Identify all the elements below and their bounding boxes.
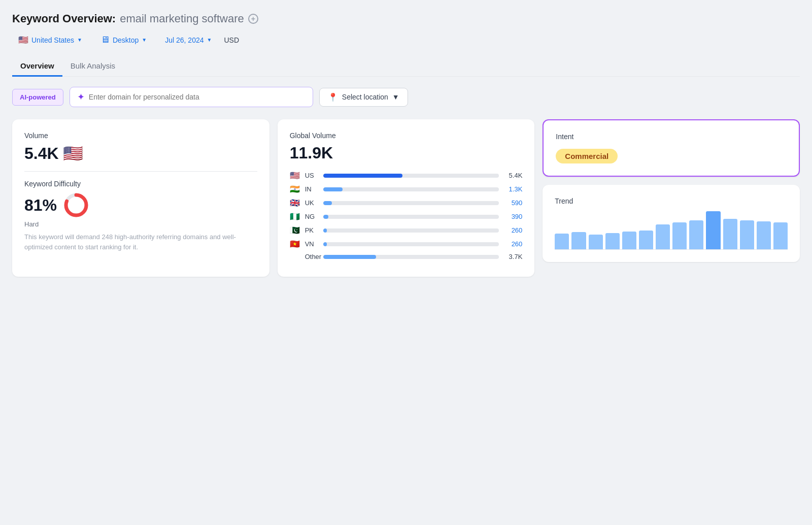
bar-fill — [323, 187, 343, 191]
keyword-name: email marketing software — [120, 12, 244, 25]
country-row: 🇺🇸US5.4K — [290, 171, 523, 180]
tab-overview[interactable]: Overview — [12, 56, 62, 77]
trend-bar — [656, 224, 670, 249]
difficulty-sublabel: Hard — [24, 220, 257, 228]
bar-fill — [323, 242, 327, 246]
trend-bar — [773, 222, 788, 249]
date-filter-btn[interactable]: Jul 26, 2024 ▼ — [159, 33, 218, 47]
bar-fill — [323, 215, 328, 219]
location-chevron-icon: ▼ — [392, 93, 399, 101]
trend-bar — [723, 219, 737, 249]
domain-input-wrap[interactable]: ✦ — [70, 87, 313, 107]
country-list: 🇺🇸US5.4K🇮🇳IN1.3K🇬🇧UK590🇳🇬NG390🇵🇰PK260🇻🇳V… — [290, 171, 523, 260]
country-row: 🇮🇳IN1.3K — [290, 184, 523, 194]
bar-bg — [323, 255, 499, 259]
bar-fill — [323, 228, 327, 233]
trend-bar — [571, 232, 586, 249]
global-volume-value: 11.9K — [290, 144, 523, 162]
trend-bar — [672, 222, 687, 249]
device-filter-btn[interactable]: 🖥 Desktop ▼ — [94, 31, 153, 48]
volume-label: Volume — [24, 132, 257, 140]
country-val: 1.3K — [503, 185, 522, 193]
country-filter-btn[interactable]: 🇺🇸 United States ▼ — [12, 32, 88, 48]
country-val: 260 — [503, 240, 522, 248]
intent-label: Intent — [556, 133, 787, 141]
currency-label: USD — [224, 36, 239, 44]
country-code: VN — [305, 240, 319, 248]
trend-bar — [639, 231, 653, 249]
global-volume-card: Global Volume 11.9K 🇺🇸US5.4K🇮🇳IN1.3K🇬🇧UK… — [278, 119, 535, 277]
country-row: 🇬🇧UK590 — [290, 198, 523, 208]
country-code: UK — [305, 199, 319, 207]
country-chevron-icon: ▼ — [77, 37, 82, 43]
difficulty-value: 81% — [24, 192, 257, 218]
page-title: Keyword Overview: email marketing softwa… — [12, 12, 800, 25]
tabs-bar: Overview Bulk Analysis — [12, 56, 800, 77]
trend-bar — [740, 220, 754, 249]
country-flag-icon: 🇺🇸 — [290, 171, 301, 180]
difficulty-donut — [63, 192, 89, 218]
country-code: IN — [305, 185, 319, 193]
trend-label: Trend — [555, 197, 788, 205]
country-flag-icon: 🇮🇳 — [290, 184, 301, 194]
country-flag-icon: 🇻🇳 — [290, 239, 301, 249]
difficulty-description: This keyword will demand 248 high-author… — [24, 232, 257, 252]
bar-fill — [323, 174, 402, 178]
bar-bg — [323, 187, 499, 191]
country-row: 🇳🇬NG390 — [290, 212, 523, 221]
country-row: Other3.7K — [290, 253, 523, 260]
trend-bar — [706, 211, 720, 249]
country-row: 🇵🇰PK260 — [290, 225, 523, 235]
trend-bar — [757, 221, 771, 249]
country-label: United States — [31, 36, 74, 44]
trend-chart — [555, 209, 788, 250]
country-val: 390 — [503, 213, 522, 220]
device-label: Desktop — [113, 36, 139, 44]
volume-difficulty-card: Volume 5.4K 🇺🇸 Keyword Difficulty 81% Ha… — [12, 119, 269, 277]
ai-row: AI-powered ✦ 📍 Select location ▼ — [12, 87, 800, 107]
country-code: Other — [305, 253, 319, 260]
intent-card: Intent Commercial — [543, 119, 800, 177]
intent-badge: Commercial — [556, 149, 618, 163]
trend-bar — [689, 220, 703, 249]
bar-bg — [323, 215, 499, 219]
tab-bulk-analysis[interactable]: Bulk Analysis — [62, 56, 123, 77]
trend-bar — [605, 233, 620, 249]
bar-bg — [323, 228, 499, 233]
filters-bar: 🇺🇸 United States ▼ 🖥 Desktop ▼ Jul 26, 2… — [12, 31, 800, 48]
date-label: Jul 26, 2024 — [165, 36, 204, 44]
sparkle-icon: ✦ — [77, 91, 85, 103]
country-val: 5.4K — [503, 172, 522, 179]
cards-grid: Volume 5.4K 🇺🇸 Keyword Difficulty 81% Ha… — [12, 119, 800, 277]
country-flag-icon: 🇵🇰 — [290, 225, 301, 235]
location-select-btn[interactable]: 📍 Select location ▼ — [319, 88, 408, 107]
country-val: 3.7K — [503, 253, 522, 260]
country-val: 260 — [503, 226, 522, 234]
us-flag-icon: 🇺🇸 — [18, 35, 28, 45]
add-keyword-icon[interactable]: + — [248, 14, 258, 24]
country-code: NG — [305, 213, 319, 220]
date-chevron-icon: ▼ — [207, 37, 212, 43]
trend-bar — [622, 232, 636, 249]
country-code: US — [305, 172, 319, 179]
right-column: Intent Commercial Trend — [543, 119, 800, 277]
bar-fill — [323, 201, 332, 205]
location-pin-icon: 📍 — [328, 92, 338, 102]
trend-bar — [589, 235, 603, 249]
bar-fill — [323, 255, 376, 259]
bar-bg — [323, 242, 499, 246]
device-chevron-icon: ▼ — [142, 37, 147, 43]
volume-value: 5.4K 🇺🇸 — [24, 144, 257, 163]
desktop-icon: 🖥 — [100, 35, 110, 45]
trend-bar — [555, 234, 569, 249]
domain-input[interactable] — [89, 93, 306, 101]
us-flag-volume: 🇺🇸 — [63, 144, 83, 163]
country-code: PK — [305, 226, 319, 234]
bar-bg — [323, 201, 499, 205]
global-volume-label: Global Volume — [290, 132, 523, 140]
page-header: Keyword Overview: email marketing softwa… — [12, 12, 800, 48]
country-row: 🇻🇳VN260 — [290, 239, 523, 249]
country-flag-icon: 🇳🇬 — [290, 212, 301, 221]
ai-powered-badge: AI-powered — [12, 89, 63, 106]
trend-card: Trend — [543, 185, 800, 262]
